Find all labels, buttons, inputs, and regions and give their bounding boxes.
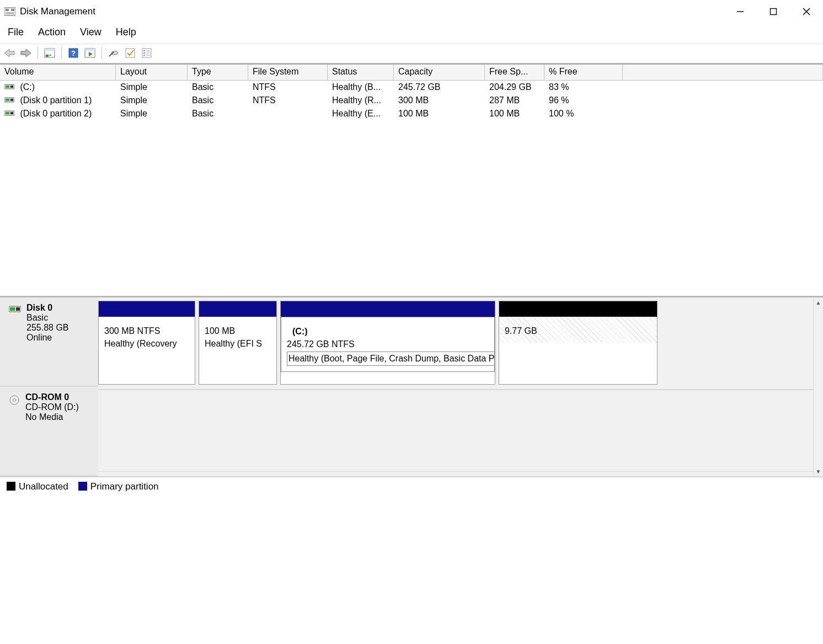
partition[interactable]: 100 MBHealthy (EFI S bbox=[199, 301, 277, 385]
svg-rect-23 bbox=[143, 50, 145, 51]
col-capacity[interactable]: Capacity bbox=[394, 65, 485, 80]
minimize-button[interactable] bbox=[724, 2, 757, 22]
partition-status: Healthy (Recovery bbox=[104, 337, 189, 350]
disk-0-header[interactable]: Disk 0 Basic 255.88 GB Online bbox=[0, 297, 98, 387]
svg-marker-9 bbox=[21, 49, 31, 57]
table-row[interactable]: (Disk 0 partition 1)SimpleBasicNTFSHealt… bbox=[0, 94, 823, 107]
svg-rect-28 bbox=[146, 55, 150, 56]
partition-status: Healthy (Boot, Page File, Crash Dump, Ba… bbox=[287, 352, 495, 365]
svg-rect-5 bbox=[771, 9, 777, 15]
partition-cap bbox=[99, 301, 195, 317]
svg-rect-31 bbox=[10, 86, 13, 88]
volume-icon bbox=[4, 108, 14, 114]
volume-table: Volume Layout Type File System Status Ca… bbox=[0, 63, 823, 296]
toolbar-separator bbox=[61, 47, 62, 59]
disk-0-partitions: 300 MB NTFSHealthy (Recovery100 MBHealth… bbox=[98, 301, 813, 390]
svg-rect-17 bbox=[85, 49, 95, 51]
menu-file[interactable]: File bbox=[8, 26, 24, 38]
cell-free: 100 MB bbox=[485, 107, 544, 120]
cell-layout: Simple bbox=[116, 81, 188, 94]
volume-table-header: Volume Layout Type File System Status Ca… bbox=[0, 65, 823, 81]
menu-help[interactable]: Help bbox=[116, 26, 136, 38]
cell-layout: Simple bbox=[116, 107, 188, 120]
cdrom-0-header[interactable]: CD-ROM 0 CD-ROM (D:) No Media bbox=[0, 387, 98, 476]
svg-rect-27 bbox=[143, 55, 145, 56]
partition-size: 300 MB NTFS bbox=[104, 324, 189, 337]
col-fs[interactable]: File System bbox=[248, 65, 328, 80]
cell-pct: 100 % bbox=[544, 107, 623, 120]
svg-text:?: ? bbox=[71, 49, 76, 57]
graphical-view: Disk 0 Basic 255.88 GB Online CD-ROM 0 C… bbox=[0, 296, 823, 497]
col-status[interactable]: Status bbox=[328, 65, 394, 80]
close-button[interactable] bbox=[790, 2, 823, 22]
cell-pct: 83 % bbox=[544, 81, 623, 94]
col-volume[interactable]: Volume bbox=[0, 65, 116, 80]
cell-capacity: 245.72 GB bbox=[394, 81, 485, 94]
svg-rect-12 bbox=[46, 55, 49, 57]
cell-volume: (Disk 0 partition 1) bbox=[0, 94, 116, 107]
maximize-button[interactable] bbox=[757, 2, 790, 22]
partition[interactable]: 300 MB NTFSHealthy (Recovery bbox=[98, 301, 195, 385]
svg-rect-21 bbox=[126, 49, 135, 57]
cell-free: 204.29 GB bbox=[485, 81, 544, 94]
svg-rect-34 bbox=[10, 99, 13, 101]
svg-rect-2 bbox=[11, 9, 14, 11]
table-row[interactable]: (C:)SimpleBasicNTFSHealthy (B...245.72 G… bbox=[0, 81, 823, 94]
scroll-down-icon[interactable]: ▼ bbox=[814, 466, 823, 476]
col-free[interactable]: Free Sp... bbox=[485, 65, 544, 80]
partition-size: 9.77 GB bbox=[505, 324, 651, 337]
svg-rect-3 bbox=[6, 12, 14, 14]
show-hide-tree-button[interactable] bbox=[42, 46, 57, 60]
col-pct[interactable]: % Free bbox=[544, 65, 623, 80]
svg-rect-39 bbox=[10, 307, 15, 311]
svg-rect-33 bbox=[6, 99, 9, 101]
cdrom-icon bbox=[9, 392, 20, 406]
menu-action[interactable]: Action bbox=[38, 26, 66, 38]
table-row[interactable]: (Disk 0 partition 2)SimpleBasicHealthy (… bbox=[0, 107, 823, 120]
forward-button[interactable] bbox=[19, 46, 33, 60]
graphical-scrollbar[interactable]: ▲ ▼ bbox=[813, 297, 823, 476]
disk-0-type: Basic bbox=[26, 313, 69, 323]
partition-size: 100 MB bbox=[205, 324, 271, 337]
cdrom-partitions bbox=[98, 390, 813, 472]
cell-volume: (C:) bbox=[0, 81, 116, 94]
title-bar: Disk Management bbox=[0, 0, 823, 23]
help-button[interactable]: ? bbox=[66, 46, 81, 60]
toolbar-separator bbox=[101, 47, 102, 59]
disk-0-state: Online bbox=[26, 333, 69, 343]
list-button[interactable] bbox=[140, 46, 154, 60]
cell-pct: 96 % bbox=[544, 94, 623, 107]
cell-layout: Simple bbox=[116, 94, 188, 107]
disk-0-size: 255.88 GB bbox=[26, 323, 69, 333]
svg-marker-8 bbox=[4, 49, 14, 57]
svg-rect-40 bbox=[16, 307, 20, 311]
cell-free: 287 MB bbox=[485, 94, 544, 107]
partition-title: (C:) bbox=[287, 325, 489, 338]
svg-rect-24 bbox=[146, 50, 150, 51]
svg-rect-30 bbox=[6, 86, 9, 88]
col-type[interactable]: Type bbox=[188, 65, 248, 80]
menu-view[interactable]: View bbox=[80, 26, 101, 38]
scroll-up-icon[interactable]: ▲ bbox=[814, 297, 823, 307]
cell-capacity: 100 MB bbox=[394, 107, 485, 120]
volume-icon bbox=[4, 95, 14, 100]
back-button[interactable] bbox=[2, 46, 17, 60]
action-button[interactable] bbox=[83, 46, 97, 60]
disk-0-title: Disk 0 bbox=[26, 303, 69, 313]
menu-bar: File Action View Help bbox=[0, 23, 823, 44]
settings-button[interactable] bbox=[106, 46, 121, 60]
partition[interactable]: (C:)245.72 GB NTFSHealthy (Boot, Page Fi… bbox=[280, 301, 495, 385]
disk-icon bbox=[9, 303, 21, 313]
cell-fs: NTFS bbox=[248, 81, 328, 94]
partition-cap bbox=[281, 301, 495, 317]
partition[interactable]: 9.77 GB bbox=[499, 301, 658, 385]
cdrom-type: CD-ROM (D:) bbox=[25, 402, 79, 412]
svg-rect-26 bbox=[146, 52, 150, 54]
window-title: Disk Management bbox=[20, 6, 95, 17]
checklist-button[interactable] bbox=[123, 46, 137, 60]
cell-status: Healthy (E... bbox=[328, 107, 394, 120]
col-layout[interactable]: Layout bbox=[116, 65, 188, 80]
svg-rect-11 bbox=[45, 49, 55, 51]
legend-primary-label: Primary partition bbox=[90, 481, 159, 492]
partition-cap bbox=[199, 301, 276, 317]
